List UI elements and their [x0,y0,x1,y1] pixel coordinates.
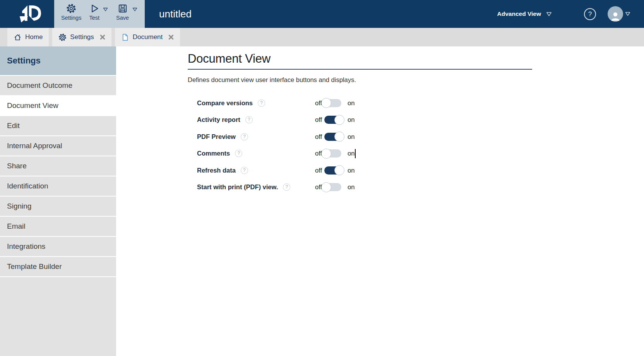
tab-label: Home [25,33,43,41]
play-icon [89,3,99,14]
sidebar-item-share[interactable]: Share [0,156,116,176]
toggle-list: Compare versions?offonActivity report?of… [188,98,644,192]
sidebar-item-email[interactable]: Email [0,217,116,237]
toggle-switch[interactable] [324,166,341,175]
sidebar-item-template-builder[interactable]: Template Builder [0,257,116,277]
help-icon[interactable]: ? [235,150,242,157]
toggle-knob [334,132,344,142]
toolbar-group: SettingsTestSave [54,0,145,28]
toggle-knob [321,182,331,192]
toggle-switch[interactable] [324,133,341,141]
close-icon[interactable] [100,34,105,40]
toggle-control: offon [315,166,355,175]
toolbar-button-label: Settings [61,15,81,21]
on-label: on [348,167,355,174]
toolbar-button-body: Settings [61,3,81,21]
setting-label-group: PDF Preview? [197,133,315,140]
sidebar-item-identification[interactable]: Identification [0,176,116,197]
main-content: Document View Defines document view user… [116,46,644,356]
toggle-switch[interactable] [324,183,341,191]
on-label: on [348,116,355,123]
setting-label: Activity report [197,116,240,123]
tab-label: Settings [70,33,94,41]
help-icon[interactable]: ? [283,183,290,191]
close-icon[interactable] [168,34,174,40]
sidebar-filler [0,277,116,356]
sidebar-item-document-outcome[interactable]: Document Outcome [0,76,116,96]
help-icon[interactable]: ? [241,167,248,174]
setting-row-activity-report: Activity report?offon [197,115,644,125]
on-label: on [348,150,355,157]
on-label: on [348,99,355,107]
off-label: off [315,133,322,140]
toolbar-test-button[interactable]: Test [85,0,112,28]
page-description: Defines document view user interface but… [188,76,644,84]
toggle-switch[interactable] [324,99,341,107]
chevron-down-icon [546,11,552,17]
setting-label-group: Compare versions? [197,99,315,107]
off-label: off [315,116,322,123]
toggle-switch[interactable] [324,149,341,157]
document-icon [121,33,129,41]
toggle-switch[interactable] [324,116,341,124]
setting-label: Refresh data [197,167,236,174]
view-mode-dropdown[interactable]: Advanced View [497,10,552,17]
toolbar-save-button[interactable]: Save [112,0,142,28]
sidebar-item-document-view[interactable]: Document View [0,96,116,116]
gear-icon [66,3,76,14]
app-body: Settings Document OutcomeDocument ViewEd… [0,46,644,356]
caret-down-icon[interactable] [103,7,108,14]
sidebar-item-signing[interactable]: Signing [0,197,116,217]
setting-label-group: Comments? [197,150,315,157]
setting-label-group: Start with print (PDF) view.? [197,183,315,191]
document-title: untitled [159,8,192,20]
home-icon [14,33,22,41]
off-label: off [315,167,322,174]
brand-logo-icon [9,1,46,27]
sidebar-item-integrations[interactable]: Integrations [0,237,116,257]
sidebar-item-edit[interactable]: Edit [0,116,116,136]
toggle-knob [321,98,331,108]
toggle-control: offon [315,133,355,141]
toggle-control: offon [315,183,355,191]
tab-home[interactable]: Home [7,28,49,46]
toolbar-settings-button[interactable]: Settings [57,0,85,28]
account-chevron-down-icon[interactable] [625,11,631,17]
tab-bar: HomeSettingsDocument [0,28,644,46]
toggle-knob [334,165,344,175]
page-title: Document View [188,52,532,70]
help-icon[interactable]: ? [245,116,253,123]
app-logo[interactable] [0,0,54,28]
toggle-control: offon [315,149,356,158]
on-label: on [348,133,355,140]
help-icon[interactable]: ? [584,8,596,20]
setting-row-pdf-preview: PDF Preview?offon [197,132,644,141]
toggle-knob [334,115,344,125]
setting-label: Comments [197,150,230,157]
sidebar-item-internal-approval[interactable]: Internal Approval [0,136,116,156]
save-icon [118,3,128,14]
text-cursor [355,149,356,158]
caret-down-icon[interactable] [132,7,138,14]
navbar-right: Advanced View ? [497,0,644,28]
toolbar-button-label: Test [89,15,99,21]
settings-sidebar: Settings Document OutcomeDocument ViewEd… [0,46,116,356]
tab-settings[interactable]: Settings [52,28,111,46]
toggle-control: offon [315,116,355,124]
on-label: on [348,183,355,191]
top-navbar: SettingsTestSave untitled Advanced View … [0,0,644,28]
help-icon[interactable]: ? [258,99,265,107]
setting-label: Start with print (PDF) view. [197,183,278,191]
setting-label-group: Activity report? [197,116,315,123]
setting-label: Compare versions [197,99,253,107]
user-avatar[interactable] [608,6,623,22]
help-icon[interactable]: ? [241,133,248,140]
sidebar-header: Settings [0,46,116,76]
tab-document[interactable]: Document [115,28,180,46]
toolbar-button-label: Save [116,15,129,21]
toggle-knob [321,149,331,159]
setting-row-refresh-data: Refresh data?offon [197,166,644,175]
setting-label: PDF Preview [197,133,236,140]
setting-label-group: Refresh data? [197,167,315,174]
toolbar-button-body: Save [116,3,129,21]
